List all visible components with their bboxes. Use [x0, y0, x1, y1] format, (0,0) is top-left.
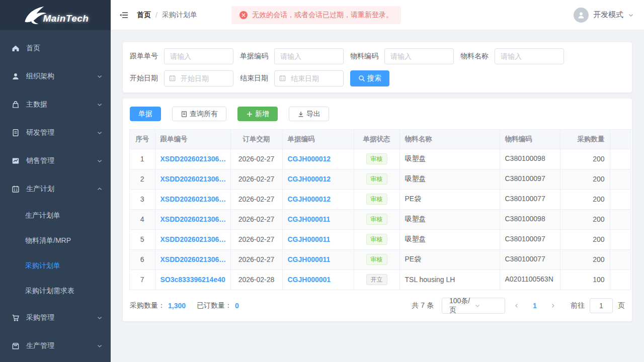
- query-all-button[interactable]: 查询所有: [172, 107, 226, 121]
- document-button[interactable]: 单据: [130, 107, 161, 121]
- document-icon: [181, 111, 188, 118]
- cell-delivery-date: 2026-02-27: [230, 189, 282, 209]
- breadcrumb-home[interactable]: 首页: [137, 11, 151, 20]
- home-icon: [11, 44, 20, 53]
- page-content: 跟单单号 单据编码 物料编码 物料名称 开始日期: [111, 30, 644, 333]
- cell-delivery-date: 2026-02-27: [230, 169, 282, 189]
- track-no-link[interactable]: XSDD2026021306…: [160, 195, 226, 203]
- table-row: 3 XSDD2026021306… 2026-02-27 CGJH000012 …: [130, 189, 630, 209]
- avatar: [574, 8, 589, 23]
- doc-no-link[interactable]: CGJH000011: [288, 235, 331, 243]
- chevron-down-icon: [97, 315, 103, 321]
- sidebar-item-home[interactable]: 首页: [0, 34, 111, 62]
- material-name-input[interactable]: [495, 48, 564, 64]
- calendar-icon: [11, 185, 20, 194]
- track-no-input[interactable]: [164, 48, 233, 64]
- cell-delivery-date: 2026-02-27: [230, 209, 282, 229]
- start-date-input[interactable]: [164, 70, 233, 86]
- cell-seq: 2: [130, 169, 155, 189]
- cell-purchase-qty: 100: [560, 269, 610, 290]
- sidebar-fold-icon[interactable]: [119, 10, 130, 21]
- user-icon: [11, 72, 20, 81]
- pagination: 共 7 条 100条/页 1 前往: [412, 298, 625, 314]
- track-no-link[interactable]: XSDD2026021306…: [160, 175, 226, 183]
- sidebar-item-label: 生产计划: [26, 185, 97, 194]
- sidebar-item-organization[interactable]: 组织架构: [0, 62, 111, 90]
- doc-no-input[interactable]: [274, 48, 344, 64]
- filter-row-1: 跟单单号 单据编码 物料编码 物料名称: [130, 48, 625, 64]
- add-button-label: 新增: [255, 110, 269, 119]
- filter-end-date: 结束日期: [240, 70, 344, 86]
- next-page-icon[interactable]: [546, 299, 559, 312]
- cell-material-code: C380100097: [500, 229, 560, 249]
- sidebar-item-rnd-management[interactable]: 研发管理: [0, 119, 111, 147]
- cell-extra: [610, 269, 630, 290]
- ordered-qty-label: 已订数量：: [197, 301, 232, 310]
- track-no-link[interactable]: SO3c833396214e40: [160, 276, 225, 284]
- sidebar-subitem-purchase-plan-demand[interactable]: 采购计划需求表: [0, 279, 111, 304]
- breadcrumb-separator: /: [155, 11, 157, 19]
- track-no-link[interactable]: XSDD2026021306…: [160, 215, 226, 223]
- sidebar-item-master-data[interactable]: 主数据: [0, 90, 111, 119]
- track-no-link[interactable]: XSDD2026021306…: [160, 155, 226, 163]
- goto-page-input[interactable]: [590, 298, 613, 313]
- column-header-material-name: 物料名称: [399, 130, 500, 149]
- track-no-link[interactable]: XSDD2026021306…: [160, 255, 226, 263]
- cell-seq: 5: [130, 229, 155, 249]
- sidebar-item-production-management[interactable]: 生产管理: [0, 332, 111, 360]
- user-menu[interactable]: 开发模式: [574, 8, 634, 23]
- column-header-delivery-date: 订单交期: [230, 130, 282, 149]
- filter-doc-no: 单据编码: [240, 48, 344, 64]
- table-row: 4 XSDD2026021306… 2026-02-27 CGJH000011 …: [130, 209, 630, 229]
- status-badge: 审核: [366, 214, 387, 225]
- sidebar-item-purchase-management[interactable]: 采购管理: [0, 304, 111, 332]
- submenu-item-label: 物料清单/MRP: [25, 236, 71, 245]
- bag-icon: [11, 100, 20, 109]
- column-header-track-no: 跟单编号: [155, 130, 230, 149]
- sidebar-item-sales-management[interactable]: 销售管理: [0, 147, 111, 175]
- doc-no-link[interactable]: CGJH000012: [288, 175, 331, 183]
- filter-material-code: 物料编码: [350, 48, 454, 64]
- session-error-alert: 无效的会话，或者会话已过期，请重新登录。: [231, 6, 401, 24]
- search-button[interactable]: 搜索: [350, 70, 389, 86]
- export-button[interactable]: 导出: [289, 107, 329, 121]
- sidebar-subitem-purchase-plan-order[interactable]: 采购计划单: [0, 253, 111, 279]
- doc-no-link[interactable]: CGJH000012: [288, 195, 331, 203]
- filter-label: 跟单单号: [130, 52, 158, 61]
- cell-material-name: PE袋: [399, 249, 500, 269]
- cell-purchase-qty: 200: [560, 149, 610, 169]
- table-row: 5 XSDD2026021306… 2026-02-27 CGJH000011 …: [130, 229, 630, 249]
- sidebar-item-label: 生产管理: [26, 341, 97, 350]
- sidebar-subitem-production-plan-order[interactable]: 生产计划单: [0, 203, 111, 228]
- chevron-down-icon: [97, 158, 103, 164]
- page-number[interactable]: 1: [528, 302, 541, 310]
- cell-extra: [610, 189, 630, 209]
- doc-no-link[interactable]: CGJH000011: [288, 255, 331, 263]
- prev-page-icon[interactable]: [510, 299, 523, 312]
- doc-no-link[interactable]: CGJH000012: [288, 155, 331, 163]
- sidebar-subitem-bom-mrp[interactable]: 物料清单/MRP: [0, 228, 111, 253]
- main-area: 首页 / 采购计划单 无效的会话，或者会话已过期，请重新登录。 开发模式 跟单单…: [111, 0, 644, 362]
- document-button-label: 单据: [138, 110, 152, 119]
- sidebar-item-production-plan[interactable]: 生产计划: [0, 175, 111, 203]
- purchase-qty-label: 采购数量：: [130, 301, 165, 310]
- cell-delivery-date: 2026-02-27: [230, 229, 282, 249]
- alert-message: 无效的会话，或者会话已过期，请重新登录。: [252, 11, 393, 20]
- chevron-up-icon: [97, 186, 103, 192]
- filter-label: 物料编码: [350, 52, 378, 61]
- track-no-link[interactable]: XSDD2026021306…: [160, 235, 226, 243]
- status-badge: 审核: [366, 173, 387, 185]
- cell-extra: [610, 249, 630, 269]
- page-size-select[interactable]: 100条/页: [442, 298, 505, 314]
- cell-purchase-qty: 200: [560, 169, 610, 189]
- ordered-qty-value: 0: [235, 302, 239, 310]
- column-header-material-code: 物料编码: [500, 130, 560, 149]
- end-date-input[interactable]: [274, 70, 344, 86]
- cell-material-name: 吸塑盘: [399, 169, 500, 189]
- doc-no-link[interactable]: CGJH000001: [288, 276, 331, 284]
- download-icon: [297, 111, 304, 118]
- add-button[interactable]: 新增: [237, 107, 278, 121]
- material-code-input[interactable]: [384, 48, 454, 64]
- doc-no-link[interactable]: CGJH000011: [288, 215, 331, 223]
- chevron-down-icon: [97, 73, 103, 79]
